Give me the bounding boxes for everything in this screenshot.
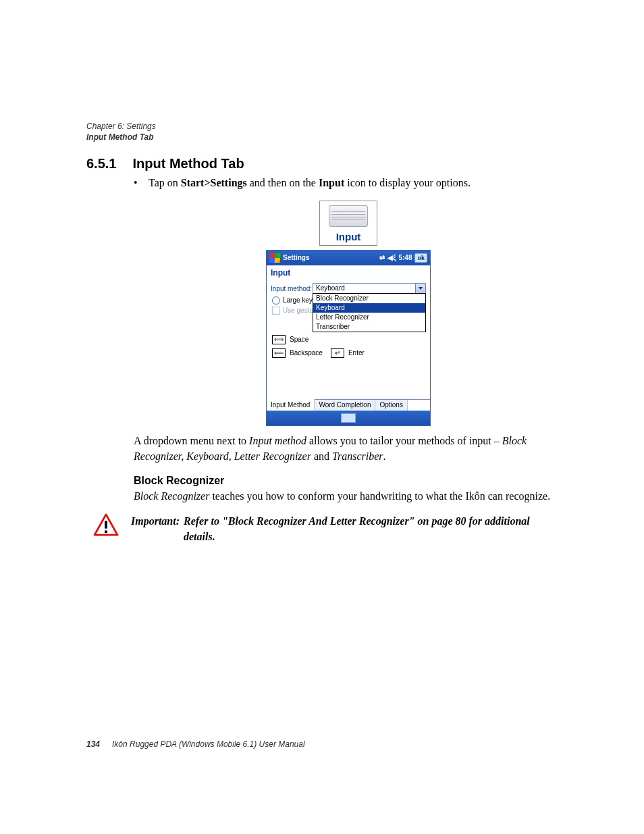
backspace-label: Backspace (290, 349, 323, 357)
enter-gesture-icon: ↵ (331, 348, 344, 358)
instruction-bullet: • Tap on Start>Settings and then on the … (134, 176, 563, 190)
running-head-chapter: Chapter 6: Settings (86, 122, 563, 132)
input-icon-label: Input (323, 231, 374, 242)
running-head-section: Input Method Tab (86, 132, 563, 143)
section-number: 6.5.1 (86, 156, 116, 172)
backspace-gesture-icon: ⟸ (272, 348, 286, 358)
chevron-down-icon[interactable] (415, 284, 425, 294)
space-label: Space (290, 336, 308, 343)
use-gestures-check[interactable] (272, 307, 280, 315)
input-method-label: Input method: (271, 285, 313, 292)
important-body: Refer to "Block Recognizer And Letter Re… (184, 513, 563, 544)
tab-options[interactable]: Options (375, 400, 407, 411)
page-number: 134 (86, 739, 100, 749)
tab-word-completion[interactable]: Word Completion (315, 400, 375, 411)
sip-keyboard-icon[interactable] (341, 413, 356, 423)
warning-icon (93, 513, 119, 536)
paragraph-1: A dropdown menu next to Input method all… (134, 433, 563, 464)
device-title: Settings (283, 254, 309, 261)
space-gesture-icon: ⟺ (272, 335, 286, 344)
device-tabs: Input Method Word Completion Options (267, 399, 430, 411)
keyboard-icon (329, 205, 368, 227)
device-bottombar (267, 411, 430, 425)
screen-title: Input (267, 265, 430, 279)
option-keyboard[interactable]: Keyboard (313, 303, 425, 313)
footer-title: Ikôn Rugged PDA (Windows Mobile 6.1) Use… (112, 739, 305, 749)
important-lead: Important: (131, 513, 180, 544)
section-title: Input Method Tab (132, 156, 244, 172)
paragraph-2: Block Recognizer teaches you how to conf… (134, 488, 563, 504)
svg-rect-1 (105, 521, 107, 528)
section-heading: 6.5.1 Input Method Tab (86, 156, 563, 172)
device-screenshot: Settings ⇄ ◀ξ 5:48 ok Input Input method… (266, 250, 431, 426)
running-head: Chapter 6: Settings Input Method Tab (86, 122, 563, 142)
bullet-text: Tap on Start>Settings and then on the In… (149, 176, 471, 190)
device-titlebar: Settings ⇄ ◀ξ 5:48 ok (267, 251, 430, 265)
large-keys-radio[interactable] (272, 296, 280, 305)
dropdown-value: Keyboard (316, 284, 345, 292)
option-block-recognizer[interactable]: Block Recognizer (313, 294, 425, 303)
volume-icon[interactable]: ◀ξ (387, 254, 396, 261)
page-footer: 134 Ikôn Rugged PDA (Windows Mobile 6.1)… (86, 739, 305, 749)
bullet-dot: • (134, 176, 139, 190)
input-method-list[interactable]: Block Recognizer Keyboard Letter Recogni… (313, 293, 426, 332)
input-icon-block: Input (319, 201, 377, 246)
large-keys-label: Large keys (283, 296, 316, 304)
enter-label: Enter (348, 349, 365, 357)
tab-input-method[interactable]: Input Method (267, 399, 315, 410)
sub-heading: Block Recognizer (134, 475, 563, 487)
ok-button[interactable]: ok (414, 253, 427, 263)
option-letter-recognizer[interactable]: Letter Recognizer (313, 313, 425, 322)
svg-rect-2 (105, 531, 107, 533)
important-note: Important: Refer to "Block Recognizer An… (93, 513, 563, 544)
option-transcriber[interactable]: Transcriber (313, 322, 425, 332)
device-time: 5:48 (398, 254, 412, 261)
start-flag-icon[interactable] (269, 253, 280, 263)
connectivity-icon[interactable]: ⇄ (379, 254, 385, 261)
